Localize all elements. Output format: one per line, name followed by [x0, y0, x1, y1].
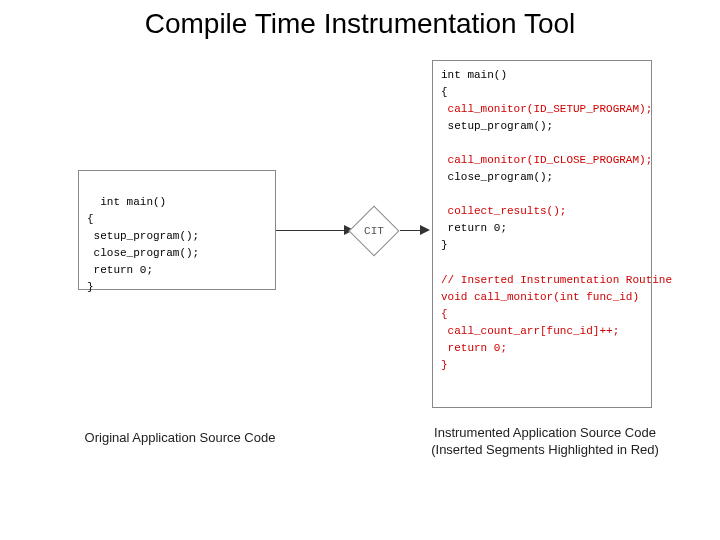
caption-line: Instrumented Application Source Code	[434, 425, 656, 440]
arrow-cit-to-instrumented	[400, 230, 422, 231]
code-line-inserted: // Inserted Instrumentation Routine void…	[441, 274, 672, 371]
caption-line: (Inserted Segments Highlighted in Red)	[431, 442, 659, 457]
cit-diamond: CIT	[348, 205, 400, 257]
caption-original: Original Application Source Code	[60, 430, 300, 445]
arrow-original-to-cit	[276, 230, 346, 231]
code-line-inserted: collect_results();	[441, 205, 566, 217]
instrumented-source-code-box: int main() { call_monitor(ID_SETUP_PROGR…	[432, 60, 652, 408]
code-line: int main() {	[441, 69, 507, 98]
original-code-text: int main() { setup_program(); close_prog…	[87, 196, 199, 293]
code-line-inserted: call_monitor(ID_CLOSE_PROGRAM);	[441, 154, 652, 166]
code-line: return 0; }	[441, 222, 507, 251]
code-line: setup_program();	[441, 120, 553, 132]
original-source-code-box: int main() { setup_program(); close_prog…	[78, 170, 276, 290]
page-title: Compile Time Instrumentation Tool	[0, 8, 720, 40]
cit-label: CIT	[348, 205, 400, 257]
code-line: close_program();	[441, 171, 553, 183]
arrow-head-icon	[420, 225, 430, 235]
caption-instrumented: Instrumented Application Source Code (In…	[430, 425, 660, 459]
code-line-inserted: call_monitor(ID_SETUP_PROGRAM);	[441, 103, 652, 115]
